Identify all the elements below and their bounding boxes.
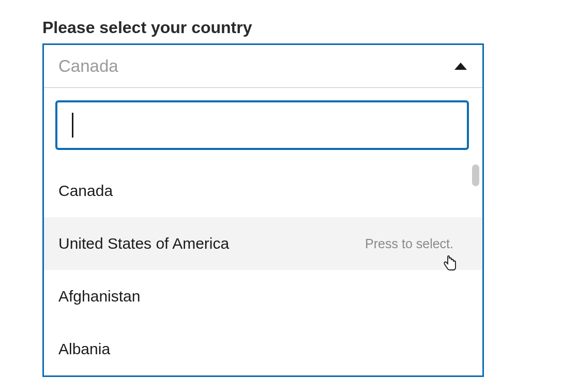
- option-label: Albania: [58, 340, 110, 358]
- country-dropdown: Canada Canada United States of America P…: [42, 43, 484, 377]
- dropdown-placeholder-text: Canada: [58, 56, 118, 76]
- scrollbar-track[interactable]: [472, 164, 479, 375]
- caret-up-icon: [454, 63, 467, 70]
- option-canada[interactable]: Canada: [44, 164, 482, 217]
- field-label: Please select your country: [42, 18, 577, 37]
- dropdown-body: Canada United States of America Press to…: [44, 88, 482, 375]
- search-input[interactable]: [55, 100, 469, 150]
- scrollbar-thumb[interactable]: [472, 164, 479, 186]
- option-label: United States of America: [58, 235, 229, 252]
- search-wrapper: [55, 100, 471, 150]
- option-albania[interactable]: Albania: [44, 323, 482, 375]
- option-label: Canada: [58, 182, 113, 200]
- option-hover-hint: Press to select.: [365, 236, 453, 251]
- text-cursor: [72, 113, 73, 138]
- options-list: Canada United States of America Press to…: [44, 164, 482, 375]
- option-united-states[interactable]: United States of America Press to select…: [44, 217, 482, 270]
- option-label: Afghanistan: [58, 288, 140, 305]
- country-field-container: Please select your country Canada Canada: [0, 0, 577, 377]
- option-afghanistan[interactable]: Afghanistan: [44, 270, 482, 323]
- dropdown-trigger[interactable]: Canada: [44, 45, 482, 88]
